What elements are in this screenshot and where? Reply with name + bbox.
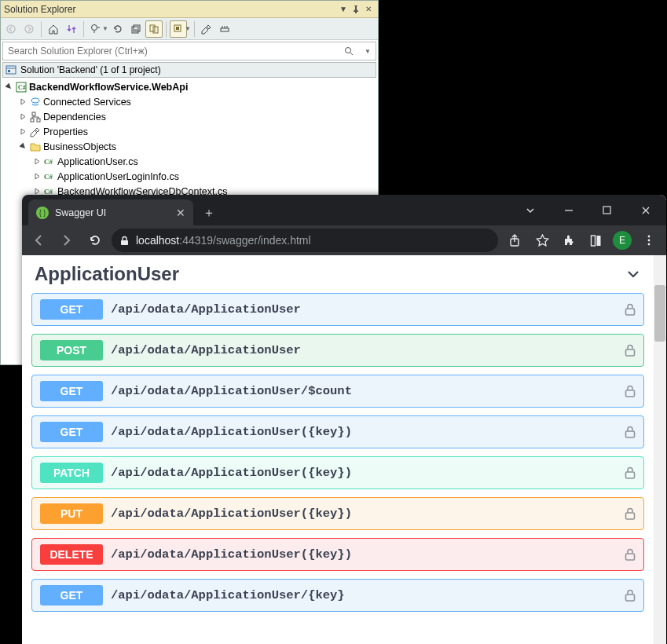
svg-rect-35 — [626, 513, 635, 519]
lock-icon[interactable] — [625, 467, 636, 479]
swagger-favicon-icon: { } — [36, 207, 49, 219]
operation-row[interactable]: GET/api/odata/ApplicationUser/{key} — [31, 579, 644, 612]
nav-back-icon[interactable] — [27, 229, 50, 252]
new-tab-button[interactable]: ＋ — [198, 202, 220, 224]
expander-closed-icon[interactable] — [32, 172, 42, 181]
home-icon[interactable] — [45, 20, 62, 38]
operation-row[interactable]: GET/api/odata/ApplicationUser/$count — [31, 375, 644, 408]
tree-node-businessobjects[interactable]: BusinessObjects — [2, 139, 376, 154]
minimize-icon[interactable] — [551, 199, 586, 222]
csproj-icon: C# — [15, 81, 27, 93]
solution-search[interactable]: ▼ — [2, 42, 376, 60]
lock-icon[interactable] — [625, 548, 636, 561]
tree-label: Properties — [43, 126, 88, 137]
lock-icon[interactable] — [625, 344, 636, 357]
tree-node-properties[interactable]: Properties — [2, 124, 376, 139]
star-icon[interactable] — [530, 229, 555, 252]
dropdown-caret-icon[interactable]: ▼ — [185, 25, 191, 32]
solution-label: Solution 'Backend' (1 of 1 project) — [20, 64, 161, 75]
lock-icon[interactable] — [625, 426, 636, 438]
svg-rect-25 — [591, 236, 595, 246]
separator — [41, 21, 42, 37]
section-title: ApplicationUser — [35, 263, 179, 285]
pin-icon[interactable] — [350, 3, 362, 16]
tree-node-connected[interactable]: Connected Services — [2, 94, 376, 109]
tab-close-icon[interactable]: ✕ — [176, 207, 185, 219]
separator — [83, 21, 84, 37]
expander-open-icon[interactable] — [4, 82, 13, 92]
reading-list-icon[interactable] — [583, 229, 608, 252]
lock-icon[interactable] — [625, 303, 636, 316]
chevron-down-icon[interactable] — [512, 199, 548, 222]
csharp-file-icon: C# — [43, 156, 56, 168]
profile-avatar[interactable]: E — [610, 229, 635, 252]
svg-rect-5 — [150, 25, 155, 31]
tab-title: Swagger UI — [55, 207, 170, 218]
maximize-icon[interactable] — [589, 199, 625, 222]
tree-node-dependencies[interactable]: Dependencies — [2, 109, 376, 124]
dropdown-caret-icon[interactable]: ▼ — [360, 48, 376, 55]
tree-file-logininfo[interactable]: C# ApplicationUserLoginInfo.cs — [2, 169, 376, 184]
tree-label: ApplicationUser.cs — [57, 156, 138, 167]
share-icon[interactable] — [503, 229, 528, 252]
collapse-all-icon[interactable] — [127, 20, 145, 38]
expander-open-icon[interactable] — [18, 142, 27, 152]
operation-row[interactable]: GET/api/odata/ApplicationUser — [31, 293, 644, 326]
expander-closed-icon[interactable] — [18, 112, 27, 122]
scrollbar-track[interactable] — [654, 255, 666, 644]
nav-forward-icon[interactable] — [55, 229, 79, 252]
lock-icon[interactable] — [625, 589, 636, 602]
expander-closed-icon[interactable] — [18, 97, 27, 107]
expander-closed-icon[interactable] — [32, 157, 42, 166]
svg-text:C#: C# — [44, 188, 53, 196]
close-icon[interactable] — [628, 199, 663, 222]
search-icon[interactable] — [344, 46, 360, 56]
expander-closed-icon[interactable] — [18, 127, 27, 137]
svg-point-15 — [31, 98, 39, 103]
solution-icon — [5, 64, 17, 76]
tree-file-applicationuser[interactable]: C# ApplicationUser.cs — [2, 154, 376, 169]
http-method-badge: GET — [40, 381, 103, 401]
operation-row[interactable]: DELETE/api/odata/ApplicationUser({key}) — [31, 538, 644, 571]
reload-icon[interactable] — [83, 229, 107, 252]
operation-row[interactable]: GET/api/odata/ApplicationUser({key}) — [31, 415, 644, 448]
operation-row[interactable]: PUT/api/odata/ApplicationUser({key}) — [31, 497, 644, 530]
chevron-down-icon[interactable] — [625, 266, 641, 282]
switch-views-icon[interactable] — [63, 20, 80, 38]
lock-icon[interactable] — [625, 507, 636, 520]
tree-label: Connected Services — [43, 97, 131, 108]
swagger-section-header[interactable]: ApplicationUser — [31, 258, 644, 293]
operation-row[interactable]: POST/api/odata/ApplicationUser — [31, 334, 644, 367]
dropdown-caret-icon[interactable]: ▼ — [102, 25, 108, 32]
scrollbar-thumb[interactable] — [654, 285, 665, 342]
solution-tree: C# BackendWorkflowService.WebApi Connect… — [1, 78, 378, 200]
operation-row[interactable]: PATCH/api/odata/ApplicationUser({key}) — [31, 456, 644, 489]
solution-explorer-title: Solution Explorer — [4, 4, 337, 15]
show-all-files-icon[interactable] — [145, 20, 163, 38]
forward-icon[interactable] — [20, 20, 38, 38]
url-host: localhost — [136, 234, 179, 247]
kebab-menu-icon[interactable] — [636, 229, 662, 252]
lock-icon[interactable] — [625, 385, 636, 397]
back-icon[interactable] — [2, 20, 20, 38]
close-icon[interactable]: ✕ — [362, 3, 375, 16]
view-code-icon[interactable] — [216, 20, 233, 38]
lock-icon[interactable] — [119, 236, 130, 246]
dependencies-icon — [29, 111, 42, 123]
extensions-icon[interactable] — [556, 229, 581, 252]
properties-icon[interactable] — [198, 20, 215, 38]
solution-line[interactable]: Solution 'Backend' (1 of 1 project) — [2, 62, 376, 78]
svg-point-2 — [92, 24, 97, 30]
dropdown-icon[interactable]: ▼ — [337, 3, 350, 16]
svg-rect-37 — [626, 595, 635, 601]
svg-rect-34 — [626, 472, 635, 478]
refresh-icon[interactable] — [109, 20, 126, 38]
svg-point-27 — [648, 236, 651, 238]
svg-rect-26 — [596, 236, 600, 246]
project-node[interactable]: C# BackendWorkflowService.WebApi — [2, 79, 376, 94]
url-bar[interactable]: localhost:44319/swagger/index.html — [112, 229, 498, 252]
svg-text:C#: C# — [18, 84, 26, 91]
browser-tab[interactable]: { } Swagger UI ✕ — [28, 199, 193, 225]
svg-rect-11 — [6, 66, 16, 74]
solution-search-input[interactable] — [3, 44, 344, 58]
